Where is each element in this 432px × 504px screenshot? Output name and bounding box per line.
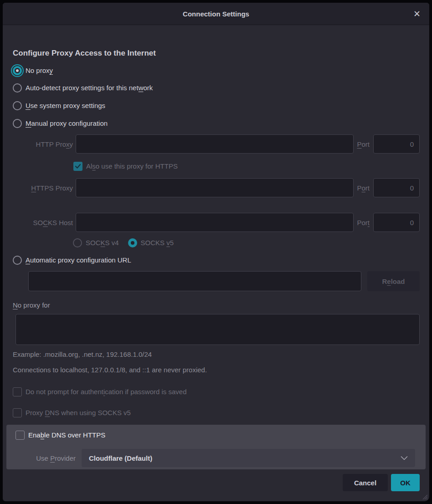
http-port-input[interactable] <box>373 134 420 154</box>
auto-config-url-input[interactable] <box>28 271 361 291</box>
https-proxy-row: HTTPS Proxy Port <box>13 178 420 197</box>
radio-auto-detect-label: Auto-detect proxy settings for this netw… <box>26 83 153 93</box>
dialog-titlebar: Connection Settings ✕ <box>3 3 429 25</box>
proxy-dns-row[interactable]: Proxy DNS when using SOCKS v5 <box>13 408 420 417</box>
chevron-down-icon <box>401 456 408 460</box>
connection-settings-dialog: Connection Settings ✕ Configure Proxy Ac… <box>3 3 429 501</box>
https-port-input[interactable] <box>373 178 420 197</box>
socks-v5-label: SOCKS v5 <box>141 238 174 247</box>
close-icon[interactable]: ✕ <box>411 8 423 20</box>
radio-system-proxy-label: Use system proxy settings <box>26 101 105 110</box>
also-https-label: Also use this proxy for HTTPS <box>86 162 178 171</box>
https-port-label: Port <box>357 184 370 192</box>
http-proxy-input[interactable] <box>76 134 354 154</box>
auto-config-url-label: Automatic proxy configuration URL <box>26 256 131 265</box>
http-proxy-row: HTTP Proxy Port <box>13 134 420 154</box>
enable-doh-row[interactable]: Enable DNS over HTTPS <box>15 431 415 440</box>
provider-dropdown[interactable]: Cloudflare (Default) <box>82 449 415 467</box>
http-proxy-label: HTTP Proxy <box>13 140 73 148</box>
socks-host-row: SOCKS Host Port <box>13 213 420 232</box>
no-proxy-for-label: No proxy for <box>13 301 420 310</box>
proxy-dns-checkbox[interactable] <box>13 408 22 417</box>
localhost-hint: Connections to localhost, 127.0.0.1/8, a… <box>13 365 420 375</box>
radio-socks-v4[interactable]: SOCKS v4 <box>73 238 119 247</box>
no-prompt-auth-row[interactable]: Do not prompt for authentication if pass… <box>13 387 420 396</box>
radio-auto-config-url[interactable]: Automatic proxy configuration URL <box>13 256 420 265</box>
radio-button[interactable] <box>13 256 22 265</box>
auto-config-url-row: Reload <box>28 271 420 291</box>
radio-button-selected[interactable] <box>13 66 22 75</box>
https-proxy-input[interactable] <box>76 178 354 197</box>
socks-port-input[interactable] <box>373 213 420 232</box>
dns-over-https-section: Enable DNS over HTTPS Use Provider Cloud… <box>6 425 426 469</box>
enable-doh-checkbox[interactable] <box>15 431 25 440</box>
radio-button[interactable] <box>13 119 22 128</box>
dialog-title: Connection Settings <box>183 10 249 18</box>
dialog-footer: Cancel OK <box>13 474 420 491</box>
provider-dropdown-value: Cloudflare (Default) <box>89 454 152 462</box>
radio-no-proxy-label: No proxy <box>26 66 53 75</box>
dialog-content: Configure Proxy Access to the Internet N… <box>3 48 429 491</box>
use-provider-label: Use Provider <box>15 454 76 462</box>
socks-port-label: Port <box>357 219 370 226</box>
radio-manual-proxy-label: Manual proxy configuration <box>26 119 108 128</box>
resize-grip-icon[interactable] <box>421 493 428 500</box>
radio-button-selected[interactable] <box>128 238 137 247</box>
https-proxy-label: HTTPS Proxy <box>13 184 73 192</box>
radio-system-proxy[interactable]: Use system proxy settings <box>13 101 420 110</box>
no-prompt-auth-label: Do not prompt for authentication if pass… <box>26 387 187 396</box>
socks-host-label: SOCKS Host <box>13 219 73 226</box>
radio-no-proxy[interactable]: No proxy <box>13 66 420 75</box>
no-prompt-auth-checkbox[interactable] <box>13 387 22 396</box>
radio-button[interactable] <box>13 83 22 93</box>
cancel-button[interactable]: Cancel <box>343 474 388 491</box>
http-port-label: Port <box>357 140 370 148</box>
enable-doh-label: Enable DNS over HTTPS <box>28 431 105 440</box>
also-https-row[interactable]: Also use this proxy for HTTPS <box>73 162 420 171</box>
socks-host-input[interactable] <box>76 213 354 232</box>
also-https-checkbox[interactable] <box>73 162 82 171</box>
ok-button[interactable]: OK <box>391 474 420 491</box>
no-proxy-example-hint: Example: .mozilla.org, .net.nz, 192.168.… <box>13 350 420 359</box>
checkmark-icon <box>75 164 81 169</box>
page-title: Configure Proxy Access to the Internet <box>13 48 420 59</box>
radio-button[interactable] <box>73 238 82 247</box>
radio-socks-v5[interactable]: SOCKS v5 <box>128 238 174 247</box>
socks-v4-label: SOCKS v4 <box>86 238 119 247</box>
radio-button[interactable] <box>13 101 22 110</box>
provider-row: Use Provider Cloudflare (Default) <box>15 449 415 467</box>
proxy-dns-label: Proxy DNS when using SOCKS v5 <box>26 408 131 417</box>
socks-version-row: SOCKS v4 SOCKS v5 <box>73 238 420 247</box>
reload-button[interactable]: Reload <box>367 271 420 291</box>
radio-auto-detect[interactable]: Auto-detect proxy settings for this netw… <box>13 83 420 93</box>
radio-manual-proxy[interactable]: Manual proxy configuration <box>13 119 420 128</box>
no-proxy-for-textarea[interactable] <box>15 314 420 345</box>
